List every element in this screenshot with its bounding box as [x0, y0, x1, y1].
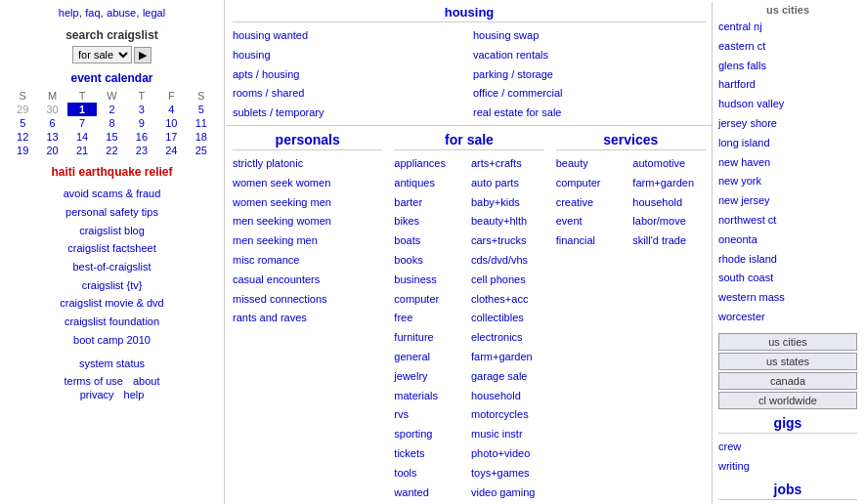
labor-move-link[interactable]: labor/move — [632, 215, 685, 227]
us-cities-btn[interactable]: us cities — [718, 333, 857, 351]
help-link[interactable]: help — [59, 7, 79, 19]
tv-link[interactable]: craigslist {tv} — [8, 276, 216, 295]
cal-cell[interactable]: 11 — [187, 116, 216, 130]
cal-cell[interactable]: 20 — [37, 144, 66, 157]
cal-cell[interactable]: 13 — [37, 130, 66, 144]
real-estate-link[interactable]: real estate for sale — [473, 106, 562, 118]
financial-svc-link[interactable]: financial — [556, 234, 595, 246]
privacy-link[interactable]: privacy — [80, 389, 114, 400]
beauty-svc-link[interactable]: beauty — [556, 157, 588, 169]
housing-swap-link[interactable]: housing swap — [473, 29, 539, 41]
cal-cell[interactable]: 14 — [67, 130, 97, 144]
cal-cell[interactable]: 3 — [127, 103, 156, 116]
cal-cell[interactable]: 16 — [127, 130, 156, 144]
cars-trucks-link[interactable]: cars+trucks — [471, 234, 527, 246]
cds-link[interactable]: cds/dvd/vhs — [471, 254, 528, 266]
cal-cell[interactable]: 7 — [67, 116, 97, 130]
cal-cell[interactable]: 18 — [187, 130, 216, 144]
appliances-link[interactable]: appliances — [394, 157, 446, 169]
creative-svc-link[interactable]: creative — [556, 196, 594, 208]
cal-cell[interactable]: 2 — [97, 103, 126, 116]
free-link[interactable]: free — [394, 312, 412, 323]
region-oneonta[interactable]: oneonta — [718, 233, 757, 245]
business-link[interactable]: business — [394, 273, 436, 285]
cal-cell[interactable]: 23 — [127, 144, 156, 157]
farm-garden-link[interactable]: farm+garden — [471, 351, 533, 362]
household-svc-link[interactable]: household — [632, 196, 682, 208]
cal-cell[interactable]: 10 — [156, 116, 186, 130]
region-worcester[interactable]: worcester — [718, 311, 765, 322]
gigs-crew-link[interactable]: crew — [718, 441, 741, 452]
rooms-link[interactable]: rooms / shared — [233, 87, 304, 99]
housing-title-link[interactable]: housing — [445, 5, 495, 20]
region-new-haven[interactable]: new haven — [718, 156, 770, 168]
services-title-link[interactable]: services — [603, 132, 658, 147]
region-glens-falls[interactable]: glens falls — [718, 60, 766, 71]
rants-raves-link[interactable]: rants and raves — [233, 312, 307, 323]
gigs-title-link[interactable]: gigs — [774, 415, 802, 431]
best-of-link[interactable]: best-of-craigslist — [8, 258, 216, 276]
region-eastern-ct[interactable]: eastern ct — [718, 40, 765, 52]
region-hartford[interactable]: hartford — [718, 78, 756, 90]
jewelry-link[interactable]: jewelry — [394, 370, 427, 382]
women-seeking-men-link[interactable]: women seeking men — [233, 196, 331, 208]
calendar-title[interactable]: event calendar — [8, 71, 216, 85]
housing-wanted-link[interactable]: housing wanted — [233, 29, 308, 41]
materials-link[interactable]: materials — [394, 390, 438, 401]
wanted-link[interactable]: wanted — [394, 486, 428, 498]
tools-link[interactable]: tools — [394, 467, 416, 479]
blog-link[interactable]: craigslist blog — [8, 222, 216, 240]
arts-crafts-link[interactable]: arts+crafts — [471, 157, 522, 169]
garage-sale-link[interactable]: garage sale — [471, 370, 528, 382]
legal-link[interactable]: legal — [143, 7, 165, 19]
region-jersey-shore[interactable]: jersey shore — [718, 117, 777, 129]
abuse-link[interactable]: abuse — [107, 7, 136, 19]
men-seeking-men-link[interactable]: men seeking men — [233, 234, 318, 246]
toys-games-link[interactable]: toys+games — [471, 467, 530, 479]
jobs-right-title-link[interactable]: jobs — [774, 482, 802, 497]
gigs-writing-link[interactable]: writing — [718, 460, 750, 472]
men-seeking-women-link[interactable]: men seeking women — [233, 215, 331, 227]
sublets-link[interactable]: sublets / temporary — [233, 106, 324, 118]
factsheet-link[interactable]: craigslist factsheet — [8, 239, 216, 258]
avoid-scams-link[interactable]: avoid scams & fraud — [8, 185, 216, 203]
movie-link[interactable]: craigslist movie & dvd — [8, 294, 216, 313]
cell-phones-link[interactable]: cell phones — [471, 273, 526, 285]
skilled-trade-link[interactable]: skill'd trade — [632, 234, 686, 246]
parking-link[interactable]: parking / storage — [473, 68, 553, 80]
cal-cell[interactable]: 9 — [127, 116, 156, 130]
foundation-link[interactable]: craigslist foundation — [8, 313, 216, 331]
farm-garden-svc-link[interactable]: farm+garden — [632, 177, 694, 189]
collectibles-link[interactable]: collectibles — [471, 312, 524, 323]
region-northwest-ct[interactable]: northwest ct — [718, 214, 776, 226]
cal-cell[interactable]: 1 — [67, 103, 97, 116]
sporting-link[interactable]: sporting — [394, 428, 432, 440]
computer-link[interactable]: computer — [394, 293, 439, 305]
faq-link[interactable]: faq — [85, 7, 100, 19]
cal-cell[interactable]: 8 — [97, 116, 126, 130]
region-new-york[interactable]: new york — [718, 175, 761, 187]
region-western-mass[interactable]: western mass — [718, 291, 785, 303]
help-bottom-link[interactable]: help — [124, 389, 145, 400]
motorcycles-link[interactable]: motorcycles — [471, 408, 529, 420]
auto-parts-link[interactable]: auto parts — [471, 177, 519, 189]
about-link[interactable]: about — [133, 375, 160, 387]
region-rhode-island[interactable]: rhode island — [718, 253, 777, 265]
cal-cell[interactable]: 5 — [8, 116, 37, 130]
misc-romance-link[interactable]: misc romance — [233, 254, 299, 266]
cal-cell[interactable]: 25 — [187, 144, 216, 157]
vacation-link[interactable]: vacation rentals — [473, 49, 548, 61]
strictly-platonic-link[interactable]: strictly platonic — [233, 157, 303, 169]
housing-link[interactable]: housing — [233, 49, 271, 61]
cal-cell[interactable]: 15 — [97, 130, 126, 144]
haiti-link[interactable]: haiti earthquake relief — [51, 165, 172, 179]
women-seek-women-link[interactable]: women seek women — [233, 177, 330, 189]
electronics-link[interactable]: electronics — [471, 331, 523, 343]
casual-encounters-link[interactable]: casual encounters — [233, 273, 320, 285]
general-link[interactable]: general — [394, 351, 430, 362]
cal-cell[interactable]: 12 — [8, 130, 37, 144]
cal-cell[interactable]: 30 — [37, 103, 66, 116]
household-link[interactable]: household — [471, 390, 521, 401]
personal-safety-link[interactable]: personal safety tips — [8, 203, 216, 222]
region-hudson-valley[interactable]: hudson valley — [718, 98, 784, 109]
